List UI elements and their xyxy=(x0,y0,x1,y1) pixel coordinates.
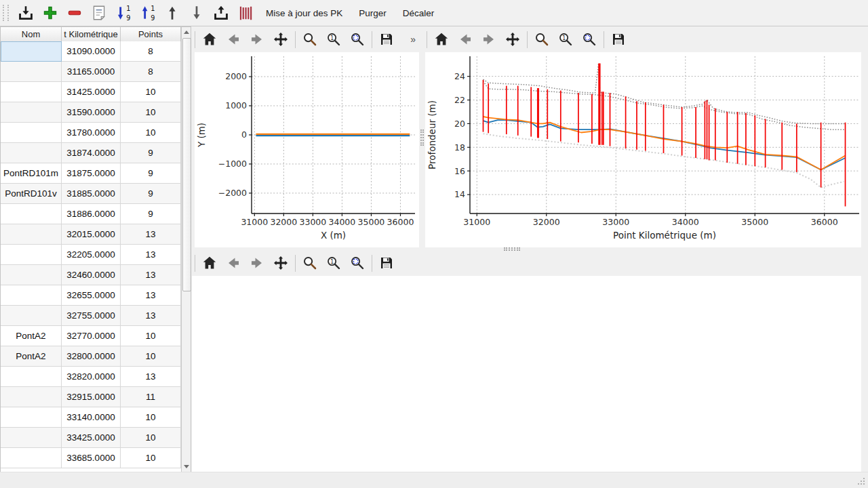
forward-button[interactable] xyxy=(248,30,267,49)
profile-plot-canvas[interactable]: 3100032000330003400035000360001416182022… xyxy=(425,52,861,247)
cell-points[interactable]: 13 xyxy=(121,224,181,245)
add-button[interactable] xyxy=(39,2,62,24)
toolbar-overflow-button[interactable]: » xyxy=(408,33,418,46)
vertical-splitter[interactable] xyxy=(418,26,425,249)
cell-nom[interactable] xyxy=(1,306,62,326)
zoom-selection-button[interactable] xyxy=(348,253,367,272)
cell-point-kilometrique[interactable]: 33425.0000 xyxy=(62,428,121,448)
notes-button[interactable] xyxy=(87,2,111,24)
cell-nom[interactable] xyxy=(1,41,62,62)
purge-button[interactable]: Purger xyxy=(351,4,394,22)
pan-button[interactable] xyxy=(503,30,522,49)
cell-points[interactable]: 10 xyxy=(121,123,181,143)
pan-button[interactable] xyxy=(271,30,290,49)
cell-point-kilometrique[interactable]: 32655.0000 xyxy=(62,285,121,306)
cell-point-kilometrique[interactable]: 31425.0000 xyxy=(62,82,121,102)
back-button[interactable] xyxy=(456,30,475,49)
zoom-selection-button[interactable] xyxy=(348,30,367,49)
cell-point-kilometrique[interactable]: 33140.0000 xyxy=(62,407,121,428)
cell-points[interactable]: 10 xyxy=(121,82,181,102)
cell-point-kilometrique[interactable]: 31875.0000 xyxy=(62,163,121,184)
cell-nom[interactable] xyxy=(1,62,62,82)
cell-points[interactable]: 9 xyxy=(121,143,181,163)
cell-points[interactable]: 9 xyxy=(121,163,181,184)
scroll-up-arrow[interactable] xyxy=(182,27,191,37)
cell-points[interactable]: 10 xyxy=(121,428,181,448)
cell-nom[interactable] xyxy=(1,407,62,428)
save-button[interactable] xyxy=(377,30,396,49)
home-button[interactable] xyxy=(200,253,219,272)
cell-nom[interactable] xyxy=(1,265,62,285)
cell-point-kilometrique[interactable]: 32770.0000 xyxy=(62,326,121,346)
cell-nom[interactable] xyxy=(1,224,62,245)
sort-descending-button[interactable]: 1 9 xyxy=(112,2,135,24)
cell-points[interactable]: 11 xyxy=(121,387,181,407)
cell-points[interactable]: 13 xyxy=(121,306,181,326)
header-nom[interactable]: Nom xyxy=(1,27,62,41)
remove-button[interactable] xyxy=(63,2,86,24)
save-button[interactable] xyxy=(377,253,396,272)
update-pk-button[interactable]: Mise à jour des PK xyxy=(258,4,350,22)
cell-nom[interactable] xyxy=(1,285,62,306)
zoom-button[interactable] xyxy=(532,30,551,49)
import-button[interactable] xyxy=(14,2,37,24)
cell-points[interactable]: 8 xyxy=(121,41,181,62)
horizontal-splitter[interactable] xyxy=(192,247,868,251)
cell-points[interactable]: 8 xyxy=(121,62,181,82)
forward-button[interactable] xyxy=(479,30,498,49)
cell-point-kilometrique[interactable]: 31885.0000 xyxy=(62,184,121,204)
cell-point-kilometrique[interactable]: 32755.0000 xyxy=(62,306,121,326)
cell-nom[interactable] xyxy=(1,367,62,387)
xy-plot-canvas[interactable]: 310003200033000340003500036000−2000−1000… xyxy=(195,52,419,247)
cell-point-kilometrique[interactable]: 31165.0000 xyxy=(62,62,121,82)
zoom-original-button[interactable]: 1 xyxy=(556,30,575,49)
cell-point-kilometrique[interactable]: 31590.0000 xyxy=(62,102,121,123)
cell-nom[interactable] xyxy=(1,428,62,448)
cell-point-kilometrique[interactable]: 31090.0000 xyxy=(62,41,121,62)
cell-point-kilometrique[interactable]: 32915.0000 xyxy=(62,387,121,407)
cell-nom[interactable] xyxy=(1,82,62,102)
back-button[interactable] xyxy=(224,30,243,49)
scroll-down-arrow[interactable] xyxy=(182,462,191,472)
move-up-button[interactable] xyxy=(161,2,184,24)
cell-points[interactable]: 9 xyxy=(121,184,181,204)
resize-grip[interactable] xyxy=(857,477,866,486)
save-button[interactable] xyxy=(609,30,628,49)
profiles-button[interactable] xyxy=(234,2,257,24)
cell-point-kilometrique[interactable]: 31874.0000 xyxy=(62,143,121,163)
zoom-button[interactable] xyxy=(300,30,319,49)
scrollbar-thumb[interactable] xyxy=(182,38,191,291)
cell-points[interactable]: 13 xyxy=(121,367,181,387)
cell-nom[interactable]: PontA2 xyxy=(1,326,62,346)
cell-points[interactable]: 10 xyxy=(121,102,181,123)
cell-nom[interactable]: PontA2 xyxy=(1,346,62,367)
zoom-selection-button[interactable] xyxy=(580,30,599,49)
cell-point-kilometrique[interactable]: 32800.0000 xyxy=(62,346,121,367)
cell-point-kilometrique[interactable]: 33685.0000 xyxy=(62,448,121,468)
shift-button[interactable]: Décaler xyxy=(395,4,442,22)
cell-nom[interactable]: PontRD101m xyxy=(1,163,62,184)
pan-button[interactable] xyxy=(271,253,290,272)
empty-plot-canvas[interactable] xyxy=(192,276,861,472)
cell-nom[interactable] xyxy=(1,387,62,407)
cell-points[interactable]: 13 xyxy=(121,285,181,306)
sort-ascending-button[interactable]: 1 9 xyxy=(136,2,159,24)
cell-points[interactable]: 10 xyxy=(121,407,181,428)
export-button[interactable] xyxy=(210,2,233,24)
cell-points[interactable]: 13 xyxy=(121,245,181,265)
cell-point-kilometrique[interactable]: 32820.0000 xyxy=(62,367,121,387)
cell-nom[interactable] xyxy=(1,448,62,468)
cell-nom[interactable] xyxy=(1,102,62,123)
cell-nom[interactable] xyxy=(1,123,62,143)
cell-nom[interactable] xyxy=(1,204,62,224)
cell-points[interactable]: 9 xyxy=(121,204,181,224)
cell-point-kilometrique[interactable]: 31886.0000 xyxy=(62,204,121,224)
cell-points[interactable]: 10 xyxy=(121,448,181,468)
zoom-original-button[interactable]: 1 xyxy=(324,30,343,49)
zoom-original-button[interactable]: 1 xyxy=(324,253,343,272)
table-scrollbar[interactable] xyxy=(181,27,191,472)
cell-points[interactable]: 10 xyxy=(121,346,181,367)
back-button[interactable] xyxy=(224,253,243,272)
cell-nom[interactable] xyxy=(1,143,62,163)
zoom-button[interactable] xyxy=(300,253,319,272)
